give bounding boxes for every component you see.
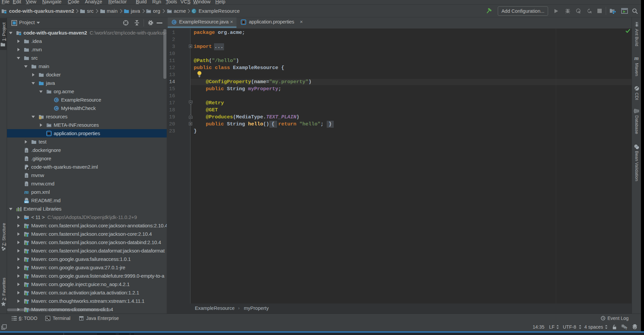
svg-text:C: C	[193, 9, 195, 13]
svg-text:MD: MD	[24, 200, 29, 203]
svg-text:C: C	[173, 20, 175, 24]
svg-text:?: ?	[625, 327, 627, 330]
svg-text:C: C	[55, 106, 58, 110]
svg-text:C: C	[55, 98, 58, 102]
